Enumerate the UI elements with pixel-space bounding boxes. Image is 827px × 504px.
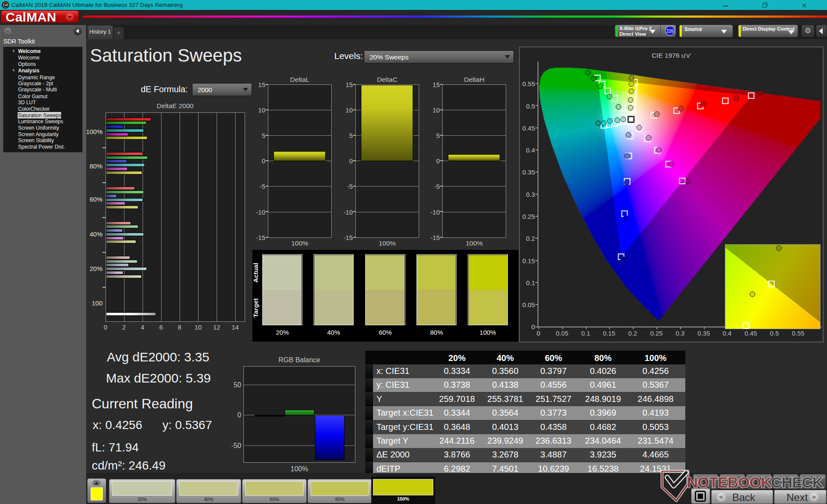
svg-text:NOTEBOOK: NOTEBOOK	[687, 474, 771, 491]
svg-text:CHECK: CHECK	[771, 474, 823, 491]
